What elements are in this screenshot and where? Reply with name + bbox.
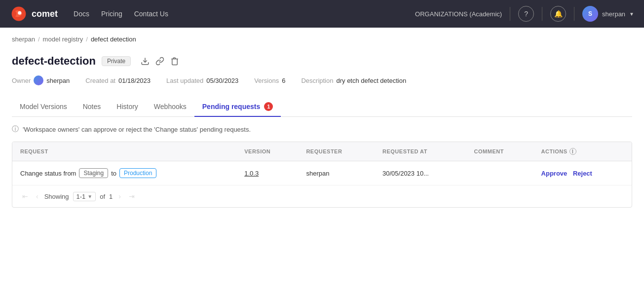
user-menu[interactable]: S sherpan ▼ (582, 6, 634, 22)
model-title: defect-detection (12, 55, 96, 68)
delete-button[interactable] (170, 57, 179, 66)
of-label: of (100, 193, 105, 200)
col-requested-at: REQUESTED AT (375, 142, 466, 161)
request-prefix: Change status from (20, 170, 76, 177)
meta-owner: Owner sherpan (12, 75, 70, 85)
versions-value: 6 (282, 77, 285, 84)
header-actions (141, 57, 179, 66)
model-header: defect-detection Private (12, 55, 632, 68)
pagination: ⇤ ‹ Showing 1-1 ▼ of 1 › ⇥ (12, 185, 632, 207)
first-page-button[interactable]: ⇤ (20, 191, 30, 201)
nav-docs[interactable]: Docs (74, 10, 89, 18)
navbar-right: ORGANIZATIONS (Academic) ? 🔔 S sherpan ▼ (415, 6, 634, 22)
to-status-badge: Production (119, 168, 156, 178)
cell-request: Change status from Staging to Production (12, 161, 236, 185)
info-icon: ⓘ (12, 125, 19, 134)
breadcrumb-sep-1: / (38, 36, 40, 43)
col-comment: COMMENT (466, 142, 533, 161)
logo-text: comet (32, 9, 58, 19)
meta-description: Description dry etch defect detection (301, 77, 406, 84)
svg-point-1 (18, 11, 21, 15)
col-requester: REQUESTER (298, 142, 375, 161)
page-range[interactable]: 1-1 ▼ (73, 192, 96, 201)
username: sherpan (602, 10, 625, 18)
col-actions: ACTIONS i (533, 142, 632, 161)
to-text: to (111, 170, 116, 177)
tab-pending-requests[interactable]: Pending requests 1 (194, 97, 281, 117)
chevron-down-icon: ▼ (629, 11, 634, 17)
meta-updated: Last updated 05/30/2023 (166, 77, 238, 84)
breadcrumb: sherpan / model registry / defect detect… (0, 28, 644, 47)
info-text: 'Workspace owners' can approve or reject… (23, 126, 251, 133)
col-version: VERSION (236, 142, 298, 161)
notifications-button[interactable]: 🔔 (550, 6, 566, 22)
cell-requester: sherpan (298, 161, 375, 185)
help-button[interactable]: ? (518, 6, 534, 22)
cell-comment (466, 161, 533, 185)
cell-actions: Approve Reject (533, 161, 632, 185)
visibility-badge: Private (102, 56, 131, 66)
logo[interactable]: comet (10, 5, 58, 23)
meta-created: Created at 01/18/2023 (85, 77, 151, 84)
owner-avatar (34, 75, 43, 85)
updated-label: Last updated (166, 77, 203, 84)
prev-page-button[interactable]: ‹ (34, 191, 40, 201)
table-header-row: REQUEST VERSION REQUESTER REQUESTED AT C… (12, 142, 632, 161)
range-value: 1-1 (76, 193, 86, 200)
info-bar: ⓘ 'Workspace owners' can approve or reje… (12, 117, 632, 142)
range-dropdown-icon: ▼ (87, 194, 92, 199)
created-label: Created at (85, 77, 115, 84)
meta-versions: Versions 6 (254, 77, 285, 84)
download-button[interactable] (141, 57, 150, 66)
link-button[interactable] (155, 57, 164, 66)
main-content: defect-detection Private (0, 47, 644, 216)
requests-table: REQUEST VERSION REQUESTER REQUESTED AT C… (12, 142, 632, 185)
col-request: REQUEST (12, 142, 236, 161)
nav-contact[interactable]: Contact Us (134, 10, 168, 18)
breadcrumb-model-registry[interactable]: model registry (43, 36, 83, 43)
breadcrumb-current: defect detection (91, 36, 136, 43)
created-value: 01/18/2023 (118, 77, 151, 84)
updated-value: 05/30/2023 (206, 77, 238, 84)
owner-label: Owner (12, 77, 31, 84)
pending-badge: 1 (264, 102, 273, 111)
nav-divider-1 (510, 7, 510, 21)
description-label: Description (301, 77, 333, 84)
breadcrumb-workspace[interactable]: sherpan (12, 36, 35, 43)
approve-button[interactable]: Approve (541, 170, 568, 177)
nav-divider-3 (574, 7, 574, 21)
avatar: S (582, 6, 598, 22)
breadcrumb-sep-2: / (86, 36, 88, 43)
versions-label: Versions (254, 77, 279, 84)
version-link[interactable]: 1.0.3 (244, 170, 259, 177)
from-status-badge: Staging (79, 168, 108, 178)
nav-pricing[interactable]: Pricing (101, 10, 122, 18)
last-page-button[interactable]: ⇥ (127, 191, 137, 201)
showing-label: Showing (44, 193, 69, 200)
tab-webhooks[interactable]: Webhooks (146, 97, 194, 117)
cell-version: 1.0.3 (236, 161, 298, 185)
bell-icon: 🔔 (554, 10, 563, 18)
total-count: 1 (109, 193, 113, 200)
table-row: Change status from Staging to Production… (12, 161, 632, 185)
owner-value: sherpan (46, 77, 70, 84)
actions-info-icon[interactable]: i (569, 148, 576, 155)
nav-links: Docs Pricing Contact Us (74, 10, 415, 18)
nav-divider-2 (542, 7, 542, 21)
navbar: comet Docs Pricing Contact Us ORGANIZATI… (0, 0, 644, 28)
tab-history[interactable]: History (109, 97, 146, 117)
tab-notes[interactable]: Notes (75, 97, 109, 117)
reject-button[interactable]: Reject (573, 170, 592, 177)
description-value: dry etch defect detection (336, 77, 406, 84)
meta-row: Owner sherpan Created at 01/18/2023 Last… (12, 75, 632, 85)
cell-requested-at: 30/05/2023 10... (375, 161, 466, 185)
tab-model-versions[interactable]: Model Versions (12, 97, 75, 117)
next-page-button[interactable]: › (116, 191, 123, 201)
requests-table-container: REQUEST VERSION REQUESTER REQUESTED AT C… (12, 142, 632, 208)
org-name[interactable]: ORGANIZATIONS (Academic) (415, 10, 502, 18)
question-icon: ? (524, 10, 528, 18)
tabs: Model Versions Notes History Webhooks Pe… (12, 97, 632, 117)
